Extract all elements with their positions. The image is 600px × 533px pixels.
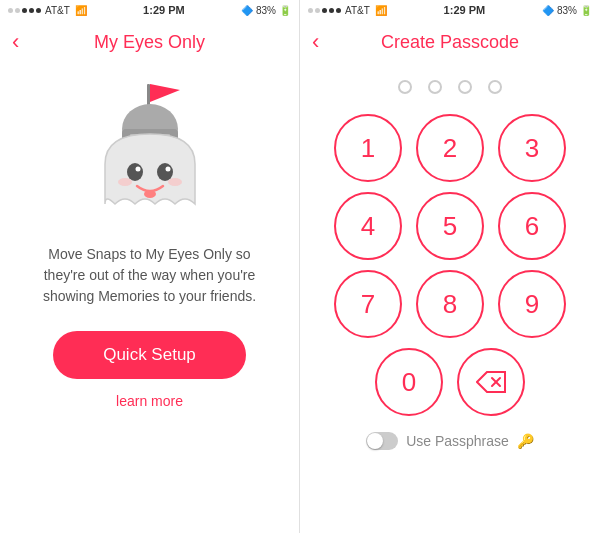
learn-more-link[interactable]: learn more (116, 393, 183, 409)
quick-setup-button[interactable]: Quick Setup (53, 331, 246, 379)
signal-left: AT&T 📶 (8, 5, 87, 16)
svg-point-8 (135, 167, 140, 172)
passcode-dot-2 (428, 80, 442, 94)
battery-icon-left: 🔋 (279, 5, 291, 16)
bluetooth-icon-left: 🔷 (241, 5, 253, 16)
passphrase-row: Use Passphrase 🔑 (366, 432, 534, 450)
time-right: 1:29 PM (444, 4, 486, 16)
page-title-right: Create Passcode (381, 32, 519, 53)
delete-button[interactable] (457, 348, 525, 416)
signal-dot-r5 (336, 8, 341, 13)
header-left: ‹ My Eyes Only (0, 20, 299, 64)
backspace-icon (476, 371, 506, 393)
key-1[interactable]: 1 (334, 114, 402, 182)
wifi-icon-right: 📶 (375, 5, 387, 16)
signal-dot-5 (36, 8, 41, 13)
keypad-row-1: 1 2 3 (334, 114, 566, 182)
key-9[interactable]: 9 (498, 270, 566, 338)
back-button-right[interactable]: ‹ (312, 31, 319, 53)
keypad-row-4: 0 (375, 348, 525, 416)
passphrase-label: Use Passphrase (406, 433, 509, 449)
header-right: ‹ Create Passcode (300, 20, 600, 64)
toggle-knob (367, 433, 383, 449)
battery-right: 83% (557, 5, 577, 16)
signal-right: AT&T 📶 (308, 5, 387, 16)
key-2[interactable]: 2 (416, 114, 484, 182)
bluetooth-icon-right: 🔷 (542, 5, 554, 16)
passcode-dot-1 (398, 80, 412, 94)
key-0[interactable]: 0 (375, 348, 443, 416)
signal-dot-r2 (315, 8, 320, 13)
keypad-row-3: 7 8 9 (334, 270, 566, 338)
carrier-right: AT&T (345, 5, 370, 16)
svg-marker-1 (150, 84, 180, 102)
carrier-left: AT&T (45, 5, 70, 16)
battery-icon-right: 🔋 (580, 5, 592, 16)
signal-dot-1 (8, 8, 13, 13)
battery-left: 83% (256, 5, 276, 16)
page-title-left: My Eyes Only (94, 32, 205, 53)
svg-point-10 (144, 190, 156, 198)
passphrase-emoji: 🔑 (517, 433, 534, 449)
mascot-area (75, 74, 225, 234)
status-right-area-right: 🔷 83% 🔋 (542, 5, 592, 16)
status-bar-right: AT&T 📶 1:29 PM 🔷 83% 🔋 (300, 0, 600, 20)
key-7[interactable]: 7 (334, 270, 402, 338)
key-5[interactable]: 5 (416, 192, 484, 260)
status-bar-left: AT&T 📶 1:29 PM 🔷 83% 🔋 (0, 0, 299, 20)
key-8[interactable]: 8 (416, 270, 484, 338)
passcode-dot-4 (488, 80, 502, 94)
svg-point-9 (165, 167, 170, 172)
svg-point-7 (157, 163, 173, 181)
signal-dot-4 (29, 8, 34, 13)
key-6[interactable]: 6 (498, 192, 566, 260)
key-4[interactable]: 4 (334, 192, 402, 260)
passcode-dots (398, 80, 502, 94)
svg-point-11 (118, 178, 132, 186)
signal-dot-r1 (308, 8, 313, 13)
wifi-icon-left: 📶 (75, 5, 87, 16)
signal-dot-3 (22, 8, 27, 13)
right-panel: AT&T 📶 1:29 PM 🔷 83% 🔋 ‹ Create Passcode… (300, 0, 600, 533)
key-3[interactable]: 3 (498, 114, 566, 182)
keypad: 1 2 3 4 5 6 7 8 9 0 (334, 114, 566, 416)
back-button-left[interactable]: ‹ (12, 31, 19, 53)
keypad-row-2: 4 5 6 (334, 192, 566, 260)
description-text: Move Snaps to My Eyes Only so they're ou… (0, 244, 299, 307)
mascot-icon (75, 74, 225, 234)
status-right-area-left: 🔷 83% 🔋 (241, 5, 291, 16)
svg-point-6 (127, 163, 143, 181)
time-left: 1:29 PM (143, 4, 185, 16)
svg-point-12 (168, 178, 182, 186)
signal-dot-2 (15, 8, 20, 13)
passcode-dot-3 (458, 80, 472, 94)
signal-dot-r4 (329, 8, 334, 13)
left-panel: AT&T 📶 1:29 PM 🔷 83% 🔋 ‹ My Eyes Only (0, 0, 300, 533)
signal-dot-r3 (322, 8, 327, 13)
passphrase-toggle[interactable] (366, 432, 398, 450)
